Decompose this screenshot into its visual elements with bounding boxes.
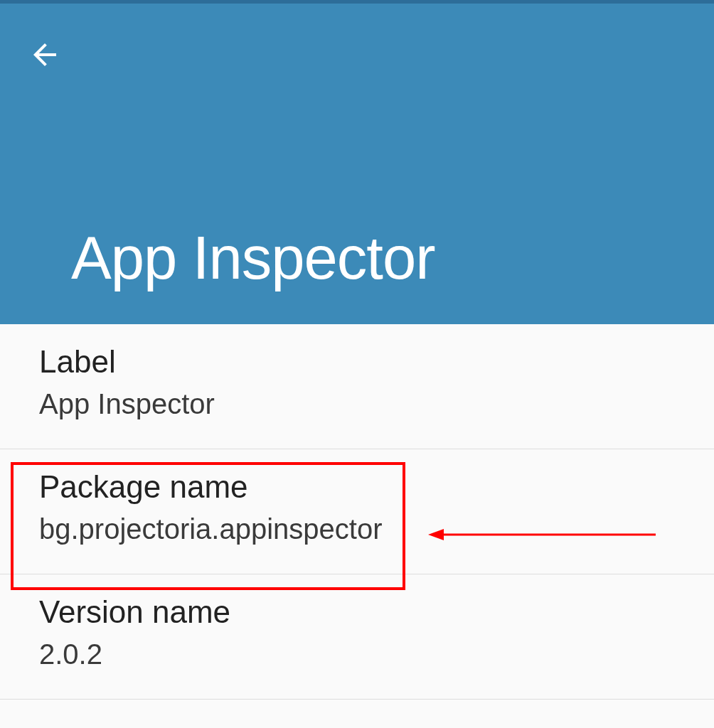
app-header: App Inspector (0, 4, 714, 324)
list-item-label[interactable]: Label App Inspector (0, 324, 714, 449)
list-item-title: Label (39, 344, 675, 380)
back-button[interactable] (23, 35, 66, 77)
list-item-value: bg.projectoria.appinspector (39, 513, 675, 545)
list-item-title: Package name (39, 469, 675, 505)
page-title: App Inspector (71, 223, 435, 293)
back-arrow-icon (28, 38, 62, 75)
info-list: Label App Inspector Package name bg.proj… (0, 324, 714, 700)
list-item-value: 2.0.2 (39, 638, 675, 670)
list-item-package-name[interactable]: Package name bg.projectoria.appinspector (0, 449, 714, 574)
list-item-title: Version name (39, 594, 675, 630)
list-item-version-name[interactable]: Version name 2.0.2 (0, 574, 714, 700)
list-item-value: App Inspector (39, 388, 675, 420)
